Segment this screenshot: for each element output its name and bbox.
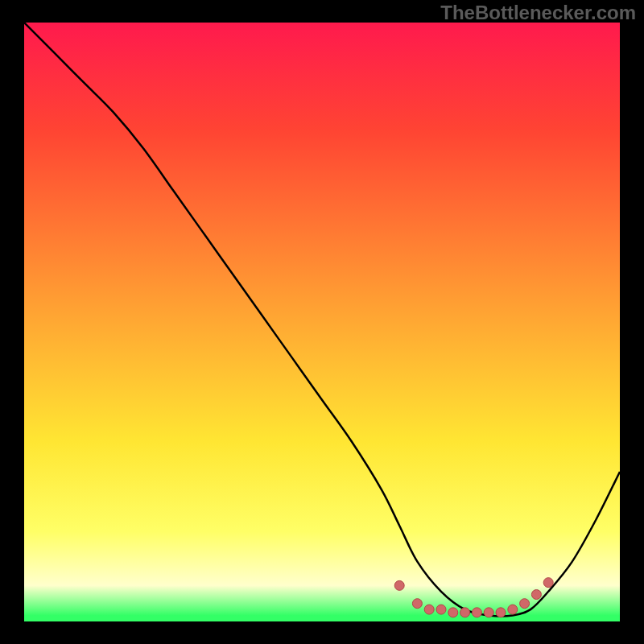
optimal-marker: [436, 605, 446, 614]
plot-area: [24, 23, 620, 621]
optimal-marker: [394, 580, 404, 590]
optimal-marker: [412, 599, 422, 609]
optimal-marker: [531, 590, 541, 600]
optimal-marker: [543, 578, 553, 588]
optimal-marker: [496, 608, 506, 617]
optimal-marker: [472, 608, 481, 617]
optimal-marker: [484, 608, 493, 617]
optimal-marker: [520, 599, 530, 609]
bottleneck-chart: [24, 23, 620, 621]
chart-container: TheBottlenecker.com: [0, 0, 644, 644]
optimal-marker: [424, 605, 434, 614]
optimal-marker: [508, 605, 518, 614]
optimal-marker: [448, 608, 458, 617]
optimal-marker: [460, 608, 470, 617]
attribution-text: TheBottlenecker.com: [440, 2, 636, 24]
